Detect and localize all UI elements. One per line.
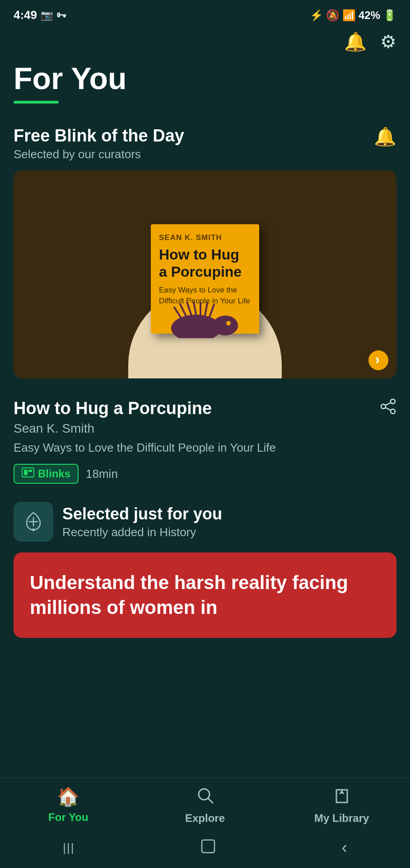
book-info: How to Hug a Porcupine Sean K. Smith Eas…: [0, 387, 410, 488]
section-header: Free Blink of the Day Selected by our cu…: [14, 126, 396, 161]
svg-point-22: [32, 528, 35, 531]
page-title-section: For You: [0, 52, 410, 108]
svg-line-5: [187, 302, 191, 316]
mute-icon: 🔕: [326, 9, 340, 22]
key-icon: 🗝: [56, 9, 66, 21]
svg-point-13: [381, 404, 386, 409]
tab-explore-label: Explore: [185, 812, 225, 825]
book-duration: 18min: [86, 467, 118, 481]
page-title-underline: [14, 101, 59, 104]
explore-icon: [196, 786, 214, 808]
book-card[interactable]: SEAN K. SMITH How to Hug a Porcupine Eas…: [14, 170, 396, 378]
android-home-btn[interactable]: [200, 839, 216, 857]
svg-rect-25: [202, 840, 214, 853]
selected-header: Selected just for you Recently added in …: [14, 502, 396, 542]
page-title: For You: [14, 61, 396, 95]
android-recent-btn[interactable]: |||: [63, 841, 75, 855]
battery-icon: 🔋: [383, 9, 396, 22]
svg-point-3: [231, 325, 238, 330]
top-icons: 🔔 ⚙: [0, 27, 410, 52]
book-title-row: How to Hug a Porcupine: [14, 398, 396, 419]
status-right: ⚡ 🔕 📶 42% 🔋: [310, 9, 396, 22]
svg-point-12: [391, 399, 395, 404]
svg-line-4: [180, 304, 187, 318]
section-title: Free Blink of the Day: [14, 126, 184, 146]
blinks-label: Blinks: [38, 467, 70, 480]
svg-line-9: [210, 305, 214, 317]
book-cover-author: SEAN K. SMITH: [159, 233, 251, 242]
tab-for-you-label: For You: [48, 811, 88, 824]
blinkist-logo-card: [368, 350, 388, 370]
selected-title: Selected just for you: [62, 505, 222, 524]
status-bar: 4:49 📷 🗝 ⚡ 🔕 📶 42% 🔋: [0, 0, 410, 27]
svg-line-6: [194, 302, 196, 315]
blink-bell-icon[interactable]: 🔔: [374, 126, 396, 147]
svg-line-8: [205, 303, 207, 316]
svg-line-15: [386, 402, 391, 405]
book-title-text: How to Hug a Porcupine: [14, 399, 212, 418]
svg-rect-17: [22, 468, 34, 477]
tab-explore[interactable]: Explore: [137, 786, 274, 825]
tab-my-library[interactable]: My Library: [273, 786, 410, 825]
svg-point-2: [226, 321, 231, 326]
svg-rect-19: [28, 470, 32, 472]
tab-my-library-label: My Library: [314, 812, 369, 825]
book-meta: Blinks 18min: [14, 464, 396, 484]
blinks-icon: [22, 467, 34, 480]
section-title-block: Free Blink of the Day Selected by our cu…: [14, 126, 184, 161]
bottom-nav: 🏠 For You Explore My Library |||: [0, 778, 410, 868]
svg-point-14: [391, 409, 395, 414]
red-recommendation-card[interactable]: Understand the harsh reality facing mill…: [14, 552, 396, 638]
svg-line-10: [174, 307, 182, 320]
battery-text: 42%: [359, 9, 380, 22]
selected-subtitle: Recently added in History: [62, 525, 222, 539]
notification-bell-icon[interactable]: 🔔: [344, 31, 367, 52]
svg-rect-18: [24, 470, 28, 475]
selected-section: Selected just for you Recently added in …: [0, 488, 410, 542]
android-back-btn[interactable]: ‹: [342, 838, 347, 857]
nav-tabs: 🏠 For You Explore My Library: [0, 778, 410, 831]
book-description: Easy Ways to Love the Difficult People i…: [14, 439, 396, 456]
free-blink-section: Free Blink of the Day Selected by our cu…: [0, 108, 410, 387]
tab-for-you[interactable]: 🏠 For You: [0, 786, 137, 825]
android-nav-bar: ||| ‹: [0, 831, 410, 868]
svg-line-16: [386, 407, 391, 410]
home-icon: 🏠: [57, 786, 79, 807]
bluetooth-icon: ⚡: [310, 9, 323, 22]
svg-line-24: [208, 798, 213, 803]
red-card-text: Understand the harsh reality facing mill…: [30, 571, 380, 620]
share-icon[interactable]: [380, 398, 396, 419]
book-author-text: Sean K. Smith: [14, 421, 396, 436]
book-cover-title: How to Hug a Porcupine: [159, 246, 251, 281]
book-card-background: SEAN K. SMITH How to Hug a Porcupine Eas…: [14, 170, 396, 378]
status-time: 4:49: [14, 8, 37, 22]
section-subtitle: Selected by our curators: [14, 147, 184, 161]
wifi-icon: 📶: [342, 9, 356, 22]
selected-text-block: Selected just for you Recently added in …: [62, 505, 222, 539]
book-cover: SEAN K. SMITH How to Hug a Porcupine Eas…: [151, 224, 259, 334]
library-icon: [333, 786, 351, 808]
blinks-badge: Blinks: [14, 464, 79, 484]
settings-gear-icon[interactable]: ⚙: [380, 31, 396, 52]
status-left: 4:49 📷 🗝: [14, 8, 66, 22]
camera-icon: 📷: [41, 9, 53, 21]
selected-icon-box: [14, 502, 53, 542]
